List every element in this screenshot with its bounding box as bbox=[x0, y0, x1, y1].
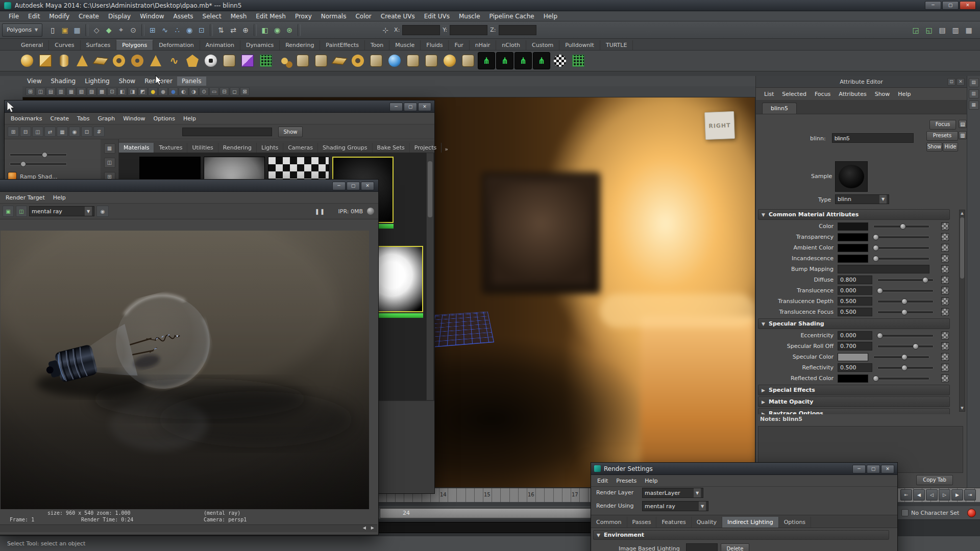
panel-toolbar-icon[interactable]: ▨ bbox=[87, 87, 96, 96]
show-button[interactable]: Show bbox=[926, 142, 942, 152]
panel-menu-item[interactable]: Renderer bbox=[140, 77, 177, 86]
menu-item[interactable]: Display bbox=[104, 12, 135, 21]
hypershade-menu-item[interactable]: Bookmarks bbox=[7, 114, 46, 123]
status-line-icon[interactable]: ▣ bbox=[59, 24, 71, 36]
scroll-left-arrow-icon[interactable]: ◀ bbox=[363, 525, 366, 530]
attribute-editor-menu-item[interactable]: Show bbox=[871, 90, 894, 98]
shelf-icon[interactable] bbox=[276, 52, 293, 69]
menu-item[interactable]: Edit Mesh bbox=[251, 12, 290, 21]
status-line-icon[interactable]: ◧ bbox=[259, 24, 271, 36]
slider-handle[interactable] bbox=[901, 354, 908, 360]
color-swatch[interactable] bbox=[838, 374, 868, 383]
slider-handle[interactable] bbox=[873, 234, 879, 240]
panel-menu-item[interactable]: Shading bbox=[46, 77, 80, 86]
character-set-key-icon[interactable] bbox=[901, 509, 909, 516]
attribute-slider[interactable] bbox=[873, 356, 929, 359]
hypershade-toolbar-icon[interactable]: ⇄ bbox=[44, 127, 56, 137]
scroll-up-arrow-icon[interactable]: ▲ bbox=[960, 210, 965, 216]
attribute-editor-menu-item[interactable]: Attributes bbox=[835, 90, 870, 98]
value-field[interactable]: 0.000 bbox=[838, 331, 872, 340]
hypershade-menu-item[interactable]: Options bbox=[150, 114, 179, 123]
hypershade-title-bar[interactable]: ─ ▢ ✕ bbox=[5, 101, 434, 113]
status-line-icon[interactable]: ◇ bbox=[90, 24, 103, 36]
panel-toolbar-icon[interactable]: ◫ bbox=[36, 87, 45, 96]
window-close-button[interactable]: ✕ bbox=[361, 182, 374, 190]
render-region-icon[interactable]: ▣ bbox=[3, 206, 14, 217]
hypershade-tab[interactable]: Utilities bbox=[187, 143, 218, 153]
shelf-tab[interactable]: Surfaces bbox=[81, 40, 117, 50]
section-header-matte-opacity[interactable]: ▶ Matte Opacity bbox=[758, 396, 950, 407]
menu-item[interactable]: Create bbox=[74, 12, 104, 21]
panel-toolbar-icon[interactable]: ⊠ bbox=[240, 87, 250, 96]
value-field[interactable]: 0.800 bbox=[838, 276, 872, 284]
status-line-icon[interactable]: ∿ bbox=[159, 24, 171, 36]
panel-toolbar-icon[interactable]: ◨ bbox=[128, 87, 137, 96]
texture-map-button[interactable] bbox=[941, 297, 949, 305]
shelf-tab[interactable]: PaintEffects bbox=[320, 40, 365, 50]
presets-button[interactable]: Presets bbox=[926, 131, 958, 141]
render-settings-menu-item[interactable]: Presets bbox=[612, 477, 641, 485]
shelf-tab[interactable]: Deformation bbox=[153, 40, 200, 50]
attribute-slider[interactable] bbox=[873, 236, 929, 239]
text-field[interactable] bbox=[838, 265, 929, 273]
sidebar-toggle-icon[interactable]: ◱ bbox=[923, 24, 935, 36]
render-view-menu-item[interactable]: Help bbox=[49, 193, 70, 202]
slider-handle[interactable] bbox=[873, 245, 879, 251]
attribute-editor-header[interactable]: Attribute Editor ⊡ ✕ bbox=[756, 76, 967, 88]
copy-tab-button[interactable]: Copy Tab bbox=[916, 475, 953, 485]
render-settings-tab[interactable]: Quality bbox=[692, 517, 722, 528]
shelf-icon[interactable] bbox=[55, 52, 72, 69]
hypershade-menu-item[interactable]: Create bbox=[46, 114, 73, 123]
menu-item[interactable]: Select bbox=[198, 12, 226, 21]
panel-menu-item[interactable]: View bbox=[22, 77, 46, 86]
scroll-right-arrow-icon[interactable]: ▶ bbox=[371, 525, 374, 530]
shelf-tab[interactable]: PulldownIt bbox=[559, 40, 600, 50]
window-minimize-button[interactable]: ─ bbox=[389, 103, 403, 111]
status-line-icon[interactable]: ◉ bbox=[183, 24, 195, 36]
shelf-icon[interactable] bbox=[37, 52, 54, 69]
color-swatch[interactable] bbox=[838, 353, 868, 361]
color-swatch[interactable] bbox=[838, 255, 868, 263]
section-header-specular-shading[interactable]: ▼ Specular Shading bbox=[758, 318, 950, 329]
slider-handle[interactable] bbox=[877, 333, 883, 339]
menu-item[interactable]: Proxy bbox=[290, 12, 316, 21]
slider-handle[interactable] bbox=[873, 375, 879, 382]
hypershade-filter-input[interactable] bbox=[182, 128, 272, 136]
hypershade-toolbar-icon[interactable]: ⊞ bbox=[8, 127, 19, 137]
hypershade-menu-item[interactable]: Graph bbox=[93, 114, 119, 123]
value-field[interactable]: 0.700 bbox=[838, 342, 872, 350]
show-attributes-icon[interactable]: ▤ bbox=[959, 120, 967, 128]
panel-toolbar-icon[interactable]: ⊟ bbox=[219, 87, 229, 96]
texture-map-button[interactable] bbox=[941, 255, 949, 262]
node-name-field[interactable] bbox=[832, 133, 914, 143]
shelf-tab[interactable]: Rendering bbox=[280, 40, 320, 50]
hide-button[interactable]: Hide bbox=[943, 142, 958, 152]
shelf-tab[interactable]: General bbox=[15, 40, 49, 50]
shelf-icon[interactable] bbox=[257, 52, 275, 69]
slider-handle[interactable] bbox=[901, 309, 908, 315]
window-maximize-button[interactable]: ▢ bbox=[942, 1, 959, 10]
menu-item[interactable]: Edit bbox=[23, 12, 44, 21]
texture-map-button[interactable] bbox=[941, 287, 949, 294]
panel-toolbar-icon[interactable]: ● bbox=[168, 87, 178, 96]
node-tab-blinn5[interactable]: blinn5 bbox=[762, 103, 797, 114]
window-maximize-button[interactable]: ▢ bbox=[404, 103, 417, 111]
shelf-tab[interactable]: Toon bbox=[365, 40, 389, 50]
shelf-tab[interactable]: Fluids bbox=[421, 40, 449, 50]
texture-map-button[interactable] bbox=[941, 222, 949, 230]
shelf-icon[interactable] bbox=[349, 52, 366, 69]
attribute-slider[interactable] bbox=[873, 246, 929, 249]
panel-toolbar-icon[interactable]: ⊙ bbox=[199, 87, 209, 96]
hypershade-menu-item[interactable]: Window bbox=[119, 114, 149, 123]
status-line-icon[interactable]: ▦ bbox=[71, 24, 83, 36]
render-icon[interactable]: ◉ bbox=[96, 206, 109, 217]
menu-item[interactable]: Mesh bbox=[226, 12, 252, 21]
attribute-slider[interactable] bbox=[877, 300, 934, 303]
shelf-tab[interactable]: nHair bbox=[470, 40, 497, 50]
shelf-icon[interactable] bbox=[312, 52, 330, 69]
menu-item[interactable]: Pipeline Cache bbox=[485, 12, 539, 21]
transform-entry-icon[interactable]: ⊹ bbox=[379, 24, 391, 36]
panel-pop-out-icon[interactable]: ⊡ bbox=[947, 78, 955, 86]
status-line-icon[interactable]: ⊞ bbox=[146, 24, 159, 36]
attribute-editor-menu-item[interactable]: Focus bbox=[811, 90, 835, 98]
